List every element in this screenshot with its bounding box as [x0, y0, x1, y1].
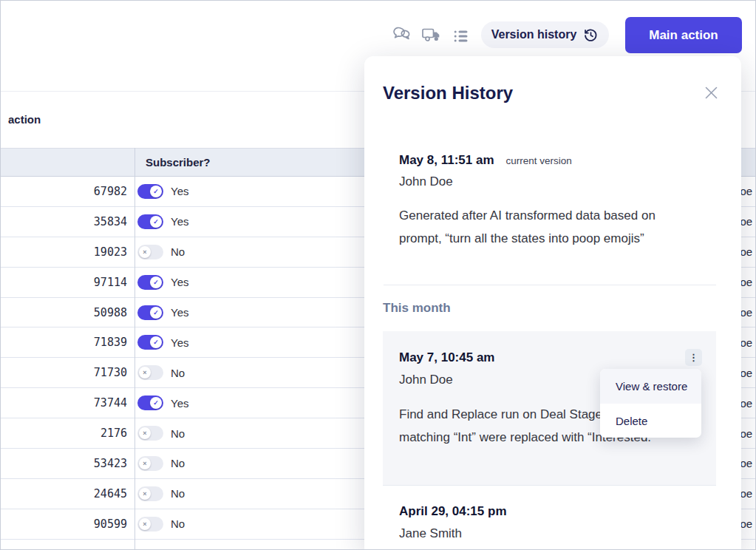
section-label: This month [383, 301, 451, 316]
subscriber-toggle[interactable]: ✓ [137, 395, 163, 410]
subscriber-toggle[interactable]: ✓ [137, 214, 163, 229]
subscriber-toggle[interactable]: × [137, 365, 163, 380]
toggle-knob-icon: ✓ [150, 336, 162, 348]
toggle-knob-icon: ✓ [150, 307, 162, 319]
row-id-cell: 2176 [1, 427, 127, 440]
subscriber-value-label: Yes [171, 276, 188, 288]
row-id-cell: 35834 [1, 215, 127, 228]
toggle-knob-icon: ✓ [150, 397, 162, 409]
row-id-cell: 73744 [1, 396, 127, 410]
main-action-button-label: Main action [649, 28, 718, 43]
entry-1-header: May 8, 11:51 am current version [399, 153, 572, 168]
version-history-button-label: Version history [491, 28, 577, 41]
subscriber-toggle[interactable]: × [137, 456, 163, 471]
row-id-cell: 53423 [1, 457, 127, 470]
toggle-knob-icon: ✓ [150, 216, 162, 228]
entry-2-menu-button[interactable]: ⋮ [685, 349, 702, 366]
row-id-cell: 50988 [1, 306, 127, 319]
toggle-knob-icon: × [139, 246, 151, 258]
entry-3-header: April 29, 04:15 pm [399, 504, 507, 519]
subscriber-value-label: Yes [171, 215, 188, 228]
toggle-knob-icon: × [139, 458, 151, 469]
row-id-cell: 97114 [1, 276, 127, 289]
kebab-icon: ⋮ [689, 353, 698, 362]
history-clock-icon [583, 27, 599, 43]
app-window: Version history Main action action Subsc… [0, 0, 756, 550]
subscriber-value-label: No [171, 487, 185, 500]
toggle-knob-icon: × [139, 518, 151, 530]
version-history-button[interactable]: Version history [481, 21, 609, 48]
subscriber-toggle[interactable]: ✓ [137, 275, 163, 290]
toggle-knob-icon: × [139, 488, 151, 500]
current-version-badge: current version [506, 155, 572, 166]
subscriber-value-label: No [171, 245, 185, 258]
subscriber-value-label: No [171, 367, 185, 379]
entry-1-date: May 8, 11:51 am [399, 153, 494, 168]
menu-item-delete[interactable]: Delete [600, 404, 701, 438]
row-id-cell: 19023 [1, 245, 127, 259]
subscriber-toggle[interactable]: × [137, 426, 163, 441]
close-icon [704, 86, 718, 100]
truck-icon [421, 25, 442, 44]
delivery-button[interactable] [420, 24, 443, 46]
subscriber-value-label: Yes [171, 306, 188, 319]
subscriber-value-label: Yes [171, 185, 188, 197]
toggle-knob-icon: × [139, 427, 151, 439]
panel-divider [384, 285, 716, 285]
action-label: action [8, 113, 41, 126]
subscriber-toggle[interactable]: × [137, 486, 163, 501]
toggle-knob-icon: ✓ [150, 186, 162, 197]
entry-1-description: Generated after AI transformed data base… [399, 204, 678, 250]
changelog-list-icon [453, 28, 469, 44]
subscriber-toggle[interactable]: ✓ [137, 184, 163, 199]
toggle-knob-icon: ✓ [150, 276, 162, 288]
column-divider [134, 148, 135, 549]
entry-3-author: Jane Smith [399, 526, 462, 541]
row-id-cell: 67982 [1, 185, 127, 198]
subscriber-value-label: No [171, 457, 185, 469]
row-id-cell: 24645 [1, 487, 127, 500]
subscriber-value-label: Yes [171, 336, 188, 349]
entry-2-author: John Doe [399, 373, 453, 387]
subscriber-value-label: No [171, 427, 185, 440]
entry-3-date: April 29, 04:15 pm [399, 504, 507, 519]
main-action-button[interactable]: Main action [625, 17, 742, 53]
entry-1-author: John Doe [399, 174, 453, 189]
entry-context-menu: View & restore Delete [600, 369, 701, 438]
row-id-cell: 71839 [1, 336, 127, 349]
row-id-cell: 71730 [1, 366, 127, 379]
menu-item-view-restore[interactable]: View & restore [600, 369, 701, 404]
subscriber-value-label: No [171, 517, 185, 530]
subscriber-toggle[interactable]: ✓ [137, 335, 163, 350]
subscriber-value-label: Yes [171, 397, 188, 410]
close-panel-button[interactable] [703, 84, 719, 101]
subscriber-toggle[interactable]: ✓ [137, 305, 163, 320]
subscriber-toggle[interactable]: × [137, 245, 163, 259]
entry-2-header: May 7, 10:45 am [399, 350, 494, 365]
chat-button[interactable] [391, 24, 413, 46]
changelog-button[interactable] [450, 25, 472, 47]
entry-2-date: May 7, 10:45 am [399, 350, 494, 365]
version-history-panel: Version History May 8, 11:51 am current … [364, 56, 741, 550]
row-id-cell: 90599 [1, 517, 127, 531]
chat-bubbles-icon [392, 25, 412, 44]
subscriber-column-header[interactable]: Subscriber? [146, 149, 211, 176]
subscriber-toggle[interactable]: × [137, 517, 163, 532]
panel-title: Version History [383, 83, 513, 103]
toggle-knob-icon: × [139, 367, 151, 378]
